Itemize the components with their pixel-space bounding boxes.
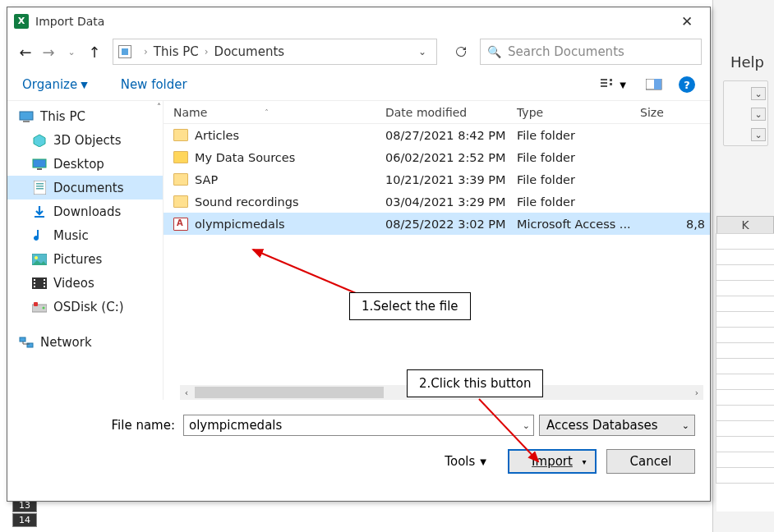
breadcrumb-root[interactable]: This PC	[154, 44, 199, 59]
pic-icon	[32, 253, 47, 266]
cell[interactable]	[716, 342, 774, 359]
cell[interactable]	[716, 280, 774, 296]
column-name[interactable]: Name˄	[164, 106, 385, 119]
tree-item-downloads[interactable]: Downloads	[7, 200, 163, 223]
tree-item-osdisk-c-[interactable]: OSDisk (C:)	[7, 295, 163, 319]
filename-input[interactable]: olympicmedals ⌄	[183, 415, 534, 436]
breadcrumb[interactable]: › This PC › Documents ⌄	[113, 39, 437, 65]
file-row[interactable]: SAP10/21/2021 3:39 PMFile folder	[164, 168, 710, 190]
tree-item-music[interactable]: Music	[7, 223, 163, 247]
cell[interactable]	[716, 405, 774, 421]
scrollbar-thumb[interactable]	[195, 387, 384, 398]
file-row[interactable]: Articles08/27/2021 8:42 PMFile folder	[164, 124, 710, 146]
new-folder-button[interactable]: New folder	[121, 77, 187, 92]
svg-marker-9	[34, 135, 45, 147]
annotation-2: 2.Click this button	[407, 369, 543, 397]
database-icon	[173, 218, 188, 231]
tree-item-label: OSDisk (C:)	[53, 300, 124, 314]
cell[interactable]	[716, 374, 774, 390]
back-icon[interactable]: ←	[16, 44, 35, 61]
tree-item-label: Pictures	[53, 252, 102, 267]
file-row[interactable]: My Data Sources06/02/2021 2:52 PMFile fo…	[164, 146, 710, 168]
cell[interactable]	[716, 358, 774, 374]
cell[interactable]	[716, 467, 774, 484]
tree-item-this-pc[interactable]: This PC	[7, 104, 163, 128]
cell[interactable]	[716, 327, 774, 343]
cell[interactable]	[716, 420, 774, 437]
chevron-down-icon[interactable]: ⌄	[523, 420, 530, 431]
cell[interactable]	[716, 264, 774, 281]
preview-pane-button[interactable]	[641, 76, 667, 93]
folder-icon	[173, 173, 188, 186]
svg-rect-20	[34, 282, 35, 284]
svg-rect-7	[20, 112, 33, 120]
row-header[interactable]: 14	[12, 513, 37, 527]
dl-icon	[32, 205, 47, 218]
scroll-left-icon[interactable]: ‹	[180, 388, 193, 398]
organize-button[interactable]: Organize▼	[22, 77, 88, 92]
file-type-filter[interactable]: Access Databases ⌄	[539, 415, 695, 436]
tree-item-3d-objects[interactable]: 3D Objects	[7, 128, 163, 152]
tree-item-documents[interactable]: Documents	[7, 176, 163, 200]
file-type: File folder	[517, 129, 640, 142]
up-icon[interactable]: ↑	[85, 44, 104, 61]
import-data-dialog: X Import Data ✕ ← → ⌄ ↑ › This PC › Docu…	[7, 7, 711, 502]
ribbon-chevron[interactable]: ⌄	[751, 87, 766, 100]
column-size[interactable]: Size	[640, 106, 710, 119]
cell[interactable]	[716, 436, 774, 452]
help-icon[interactable]: ?	[679, 76, 695, 93]
help-tab[interactable]: Help	[730, 53, 764, 71]
column-date[interactable]: Date modified	[385, 106, 517, 119]
disk-icon	[32, 300, 47, 314]
view-mode-button[interactable]: ▼	[596, 76, 631, 93]
3d-icon	[32, 134, 47, 147]
tree-item-network[interactable]: Network	[7, 330, 163, 354]
cancel-button[interactable]: Cancel	[606, 449, 695, 474]
chevron-right-icon[interactable]: ›	[205, 46, 209, 57]
svg-rect-19	[34, 279, 35, 281]
file-date: 03/04/2021 3:29 PM	[385, 195, 517, 209]
cell[interactable]	[716, 452, 774, 468]
tree-item-videos[interactable]: Videos	[7, 271, 163, 295]
ribbon-chevron[interactable]: ⌄	[751, 128, 766, 141]
svg-point-26	[43, 306, 45, 309]
file-name: My Data Sources	[195, 151, 295, 164]
cell[interactable]	[716, 296, 774, 312]
tree-item-label: Documents	[53, 181, 124, 195]
file-type: Microsoft Access ...	[517, 218, 640, 231]
ribbon-chevron[interactable]: ⌄	[751, 108, 766, 121]
svg-rect-14	[36, 186, 44, 187]
scroll-up-icon[interactable]: ˄	[157, 103, 161, 112]
import-button[interactable]: Import ▾	[508, 449, 597, 474]
scroll-right-icon[interactable]: ›	[690, 388, 703, 398]
svg-rect-27	[34, 302, 38, 306]
recent-dropdown-icon[interactable]: ⌄	[62, 47, 81, 57]
refresh-icon[interactable]	[449, 39, 473, 64]
breadcrumb-current[interactable]: Documents	[214, 44, 285, 59]
file-type: File folder	[517, 151, 640, 164]
file-row[interactable]: olympicmedals08/25/2022 3:02 PMMicrosoft…	[164, 213, 710, 235]
tree-item-pictures[interactable]: Pictures	[7, 247, 163, 271]
svg-rect-13	[36, 183, 44, 185]
vid-icon	[32, 277, 47, 290]
close-icon[interactable]: ✕	[670, 13, 703, 30]
search-icon: 🔍	[487, 45, 501, 58]
svg-rect-4	[610, 83, 612, 85]
cell[interactable]	[716, 389, 774, 406]
tree-item-desktop[interactable]: Desktop	[7, 152, 163, 176]
column-header-k[interactable]: K	[716, 216, 774, 234]
breadcrumb-dropdown-icon[interactable]: ⌄	[413, 46, 431, 57]
cell[interactable]	[716, 233, 774, 250]
file-date: 08/25/2022 3:02 PM	[385, 218, 517, 231]
file-type: File folder	[517, 195, 640, 209]
nav-bar: ← → ⌄ ↑ › This PC › Documents ⌄ 🔍 Search…	[7, 34, 710, 69]
cell[interactable]	[716, 249, 774, 265]
doc-icon	[32, 181, 47, 195]
tools-button[interactable]: Tools▼	[445, 454, 486, 469]
chevron-right-icon[interactable]: ›	[144, 46, 148, 57]
chevron-down-icon: ▼	[81, 80, 87, 90]
column-type[interactable]: Type	[517, 106, 640, 119]
cell[interactable]	[716, 311, 774, 328]
search-input[interactable]: 🔍 Search Documents	[480, 39, 702, 65]
file-row[interactable]: Sound recordings03/04/2021 3:29 PMFile f…	[164, 190, 710, 213]
